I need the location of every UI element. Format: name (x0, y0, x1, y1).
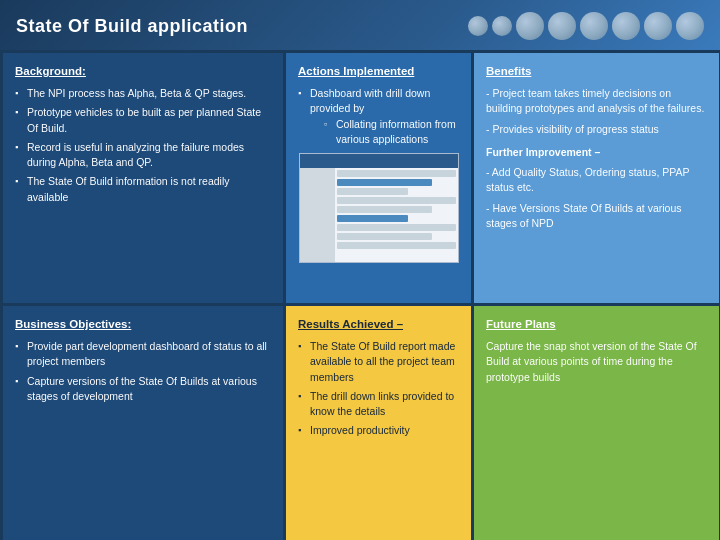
deco-ball-6 (612, 12, 640, 40)
deco-ball-4 (548, 12, 576, 40)
results-item-1: The State Of Build report made available… (298, 339, 459, 385)
actions-item-1: Dashboard with drill down provided by Co… (298, 86, 459, 147)
deco-ball-1 (468, 16, 488, 36)
ss-sidebar (300, 168, 335, 262)
objectives-list: Provide part development dashboard of st… (15, 339, 271, 404)
future-heading: Future Plans (486, 316, 707, 333)
header: State Of Build application (0, 0, 720, 50)
ss-header (300, 154, 458, 168)
results-cell: Results Achieved – The State Of Build re… (286, 306, 471, 540)
objectives-cell: Business Objectives: Provide part develo… (3, 306, 283, 540)
future-cell: Future Plans Capture the snap shot versi… (474, 306, 719, 540)
results-list: The State Of Build report made available… (298, 339, 459, 438)
objectives-item-2: Capture versions of the State Of Builds … (15, 374, 271, 404)
deco-ball-7 (644, 12, 672, 40)
actions-list: Dashboard with drill down provided by Co… (298, 86, 459, 147)
benefits-para1: - Project team takes timely decisions on… (486, 86, 707, 116)
results-item-2: The drill down links provided to know th… (298, 389, 459, 419)
results-item-3: Improved productivity (298, 423, 459, 438)
page-wrapper: State Of Build application Background: T… (0, 0, 720, 540)
deco-ball-2 (492, 16, 512, 36)
screenshot-preview (299, 153, 459, 263)
benefits-para2: - Provides visibility of progress status (486, 122, 707, 137)
deco-ball-5 (580, 12, 608, 40)
background-item-4: The State Of Build information is not re… (15, 174, 271, 204)
further-para2: - Have Versions State Of Builds at vario… (486, 201, 707, 231)
deco-ball-3 (516, 12, 544, 40)
actions-cell: Actions Implemented Dashboard with drill… (286, 53, 471, 303)
objectives-item-1: Provide part development dashboard of st… (15, 339, 271, 369)
ss-content (335, 168, 458, 262)
actions-sublist: Collating information from various appli… (310, 117, 459, 147)
background-item-1: The NPI process has Alpha, Beta & QP sta… (15, 86, 271, 101)
further-para1: - Add Quality Status, Ordering status, P… (486, 165, 707, 195)
results-heading: Results Achieved – (298, 316, 459, 333)
actions-subitem-1: Collating information from various appli… (324, 117, 459, 147)
background-item-3: Record is useful in analyzing the failur… (15, 140, 271, 170)
deco-ball-8 (676, 12, 704, 40)
background-list: The NPI process has Alpha, Beta & QP sta… (15, 86, 271, 205)
background-cell: Background: The NPI process has Alpha, B… (3, 53, 283, 303)
ss-body (300, 168, 458, 262)
main-grid: Background: The NPI process has Alpha, B… (0, 50, 720, 537)
page-title: State Of Build application (16, 16, 248, 37)
background-item-2: Prototype vehicles to be built as per pl… (15, 105, 271, 135)
further-heading: Further Improvement – (486, 145, 707, 160)
background-heading: Background: (15, 63, 271, 80)
actions-heading: Actions Implemented (298, 63, 459, 80)
header-decoration (468, 12, 704, 40)
benefits-cell: Benefits - Project team takes timely dec… (474, 53, 719, 303)
future-para: Capture the snap shot version of the Sta… (486, 339, 707, 385)
benefits-heading: Benefits (486, 63, 707, 80)
objectives-heading: Business Objectives: (15, 316, 271, 333)
